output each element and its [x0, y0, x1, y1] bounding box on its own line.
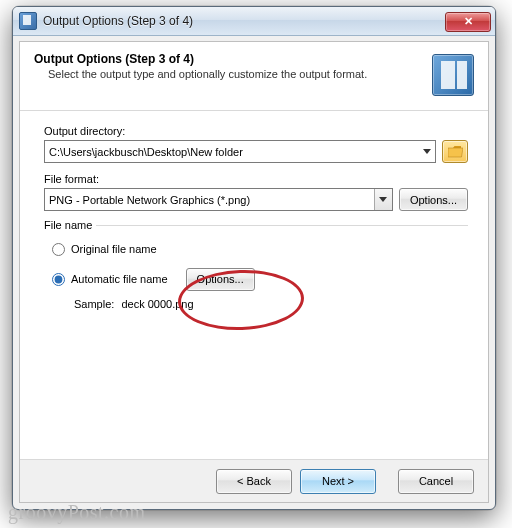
original-file-name-radio[interactable] [52, 243, 65, 256]
close-button[interactable]: ✕ [445, 12, 491, 32]
next-button[interactable]: Next > [300, 469, 376, 494]
dialog-window: Output Options (Step 3 of 4) ✕ Output Op… [12, 6, 496, 510]
cancel-button[interactable]: Cancel [398, 469, 474, 494]
file-name-group-label: File name [44, 219, 96, 231]
sample-label: Sample: [74, 298, 114, 310]
file-format-select[interactable]: PNG - Portable Network Graphics (*.png) [44, 188, 393, 211]
close-icon: ✕ [464, 15, 473, 28]
output-directory-label: Output directory: [44, 125, 468, 137]
window-title: Output Options (Step 3 of 4) [43, 14, 445, 28]
output-directory-value: C:\Users\jackbusch\Desktop\New folder [49, 146, 243, 158]
browse-folder-button[interactable] [442, 140, 468, 163]
file-format-value: PNG - Portable Network Graphics (*.png) [49, 194, 250, 206]
page-subtitle: Select the output type and optionally cu… [34, 68, 422, 80]
wizard-header: Output Options (Step 3 of 4) Select the … [20, 42, 488, 110]
app-icon [19, 12, 37, 30]
folder-icon [448, 146, 463, 158]
file-format-options-button[interactable]: Options... [399, 188, 468, 211]
file-format-label: File format: [44, 173, 468, 185]
titlebar[interactable]: Output Options (Step 3 of 4) ✕ [13, 7, 495, 36]
back-button[interactable]: < Back [216, 469, 292, 494]
chevron-down-icon[interactable] [418, 141, 435, 162]
page-title: Output Options (Step 3 of 4) [34, 52, 422, 66]
sample-value: deck 0000.png [121, 298, 193, 310]
automatic-file-name-radio[interactable] [52, 273, 65, 286]
automatic-file-name-label: Automatic file name [71, 273, 168, 285]
chevron-down-icon[interactable] [374, 189, 392, 210]
header-icon [432, 54, 474, 96]
wizard-footer: < Back Next > Cancel [20, 459, 488, 502]
client-area: Output Options (Step 3 of 4) Select the … [19, 41, 489, 503]
file-name-options-button[interactable]: Options... [186, 268, 255, 291]
output-directory-input[interactable]: C:\Users\jackbusch\Desktop\New folder [44, 140, 436, 163]
original-file-name-label: Original file name [71, 243, 157, 255]
